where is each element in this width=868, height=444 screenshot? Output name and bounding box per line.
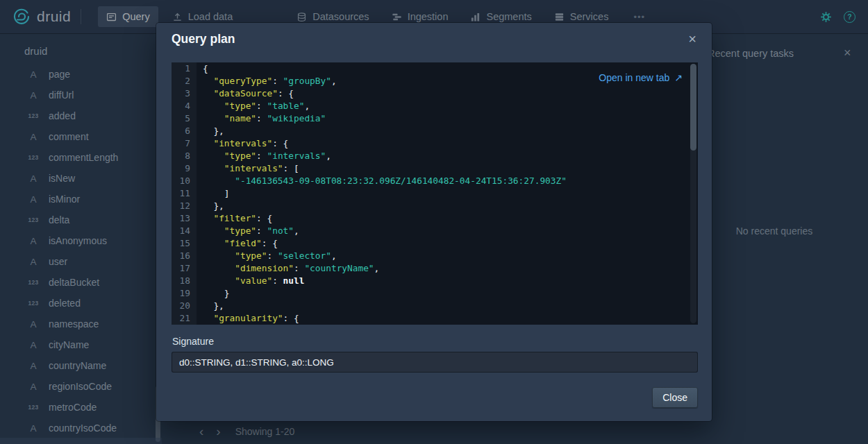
query-plan-editor[interactable]: 1{2 "queryType": "groupBy",3 "dataSource… <box>172 62 698 325</box>
code-line: 6 }, <box>172 125 698 137</box>
line-number: 3 <box>172 87 197 100</box>
code-line: 13 "filter": { <box>172 212 698 225</box>
line-number: 6 <box>172 125 197 137</box>
dialog-header: Query plan × <box>156 23 712 53</box>
code-editor-lines: 1{2 "queryType": "groupBy",3 "dataSource… <box>172 62 698 325</box>
line-number: 1 <box>172 62 197 75</box>
line-number: 8 <box>172 150 197 162</box>
line-number: 17 <box>172 262 197 275</box>
signature-input[interactable] <box>172 352 698 373</box>
line-number: 10 <box>172 175 197 187</box>
line-number: 21 <box>172 312 197 325</box>
line-number: 9 <box>172 162 197 175</box>
line-number: 18 <box>172 275 197 287</box>
line-number: 20 <box>172 300 197 312</box>
dialog-title: Query plan <box>172 32 684 46</box>
code-line: 9 "intervals": [ <box>172 162 698 175</box>
code-line: 7 "intervals": { <box>172 137 698 150</box>
arrow-top-right-icon: ↗ <box>674 71 683 84</box>
line-number: 19 <box>172 287 197 300</box>
editor-scrollbar-track <box>690 64 696 323</box>
line-number: 7 <box>172 137 197 150</box>
line-number: 14 <box>172 225 197 237</box>
code-line: 17 "dimension": "countryName", <box>172 262 698 275</box>
code-line: 3 "dataSource": { <box>172 87 698 100</box>
signature-label: Signature <box>172 336 214 347</box>
code-line: 14 "type": "not", <box>172 225 698 237</box>
line-number: 13 <box>172 212 197 225</box>
dialog-close-icon[interactable]: × <box>684 30 701 49</box>
line-number: 5 <box>172 112 197 125</box>
close-button[interactable]: Close <box>652 387 698 408</box>
line-number: 2 <box>172 75 197 87</box>
code-line: 19 } <box>172 287 698 300</box>
open-in-new-tab-label: Open in new tab <box>599 71 669 84</box>
query-plan-dialog: Query plan × 1{2 "queryType": "groupBy",… <box>156 23 712 421</box>
code-line: 16 "type": "selector", <box>172 250 698 262</box>
open-in-new-tab-link[interactable]: Open in new tab ↗ <box>599 71 683 84</box>
code-line: 11 ] <box>172 187 698 200</box>
code-line: 12 }, <box>172 200 698 212</box>
code-line: 21 "granularity": { <box>172 312 698 325</box>
line-number: 12 <box>172 200 197 212</box>
line-number: 11 <box>172 187 197 200</box>
code-line: 10 "-146136543-09-08T08:23:32.096Z/14614… <box>172 175 698 187</box>
line-number: 16 <box>172 250 197 262</box>
code-line: 15 "field": { <box>172 237 698 250</box>
editor-scrollbar-thumb[interactable] <box>690 64 696 151</box>
code-line: 20 }, <box>172 300 698 312</box>
code-line: 18 "value": null <box>172 275 698 287</box>
line-number: 15 <box>172 237 197 250</box>
code-line: 8 "type": "intervals", <box>172 150 698 162</box>
code-line: 4 "type": "table", <box>172 100 698 112</box>
code-line: 5 "name": "wikipedia" <box>172 112 698 125</box>
line-number: 4 <box>172 100 197 112</box>
